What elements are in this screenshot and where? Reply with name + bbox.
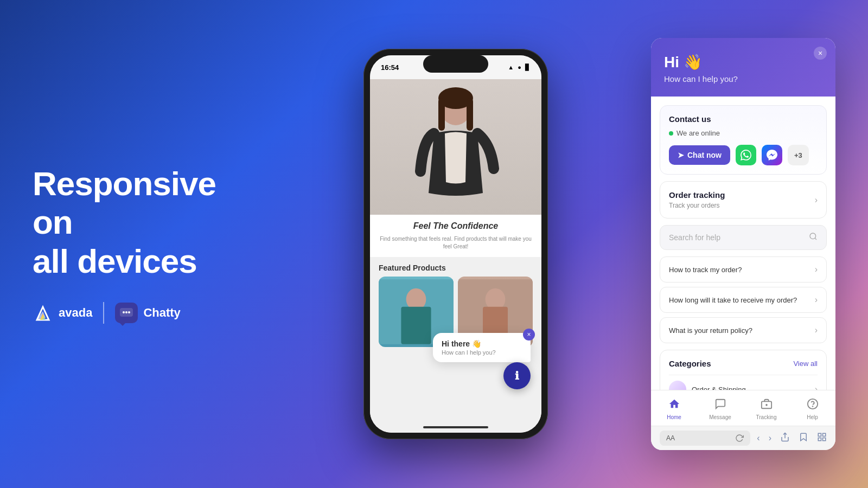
svg-rect-25 (823, 433, 826, 436)
category-item-shipping[interactable]: Order & Shipping › (669, 375, 818, 390)
category-label: Order & Shipping (692, 386, 746, 390)
nav-item-home[interactable]: Home (651, 395, 697, 423)
faq-chevron-1: › (815, 265, 818, 274)
whatsapp-button[interactable] (736, 145, 756, 165)
svg-rect-9 (438, 98, 445, 131)
browser-url-area[interactable]: AA (660, 431, 750, 446)
phone-notch (423, 55, 488, 73)
phone-content: Feel The Confidence Find something that … (370, 79, 541, 433)
chat-greeting: Hi 👋 (664, 53, 822, 71)
svg-point-5 (125, 311, 127, 313)
view-all-link[interactable]: View all (793, 359, 818, 368)
nav-label-message: Message (709, 414, 731, 420)
chatty-label: Chatty (143, 306, 180, 320)
faq-item-1[interactable]: How to track my order? › (660, 256, 827, 282)
chat-widget: × Hi 👋 How can I help you? Contact us We… (651, 38, 835, 450)
svg-point-6 (128, 311, 130, 313)
search-box[interactable]: Search for help (660, 225, 827, 250)
phone-icons: ▲ ● ▊ (508, 64, 531, 71)
avada-label: avada (59, 306, 92, 320)
message-icon (714, 398, 726, 413)
chat-header: × Hi 👋 How can I help you? (651, 38, 835, 97)
phone-text-area: Feel The Confidence Find something that … (370, 215, 541, 257)
nav-item-help[interactable]: Help (789, 395, 835, 423)
phone-subtext: Find something that feels real. Find pro… (379, 235, 533, 251)
categories-header: Categories View all (669, 359, 818, 368)
nav-item-tracking[interactable]: Tracking (743, 395, 789, 423)
order-tracking-card[interactable]: Order tracking Track your orders › (660, 181, 827, 219)
phone-home-indicator (423, 426, 488, 428)
chat-now-label: Chat now (687, 151, 722, 159)
contact-us-card: Contact us We are online ➤ Chat now (660, 105, 827, 175)
phone-product-image (370, 79, 541, 215)
svg-point-22 (812, 406, 813, 407)
browser-forward-icon[interactable]: › (769, 433, 771, 443)
chat-browser-bar: AA ‹ › (651, 426, 835, 450)
faq-text-1: How to track my order? (669, 266, 742, 274)
svg-point-17 (810, 233, 816, 239)
chat-close-button[interactable]: × (814, 47, 827, 60)
messenger-icon (767, 150, 777, 160)
order-tracking-sub: Track your orders (669, 202, 725, 209)
search-placeholder: Search for help (669, 233, 720, 242)
svg-rect-10 (467, 98, 473, 131)
center-section: 16:54 ▲ ● ▊ (353, 49, 559, 439)
browser-share-icon[interactable] (780, 432, 790, 444)
nav-label-help: Help (807, 414, 818, 420)
faq-item-2[interactable]: How long will it take to receive my orde… (660, 287, 827, 313)
browser-back-icon[interactable]: ‹ (757, 433, 760, 443)
category-item-left: Order & Shipping (669, 381, 746, 390)
messenger-button[interactable] (762, 145, 782, 165)
chat-bubble-close-icon[interactable]: × (523, 329, 535, 341)
online-dot (669, 131, 673, 136)
phone-chat-bubble[interactable]: × Hi there 👋 How can I help you? (433, 333, 531, 362)
phone-headline: Feel The Confidence (379, 221, 533, 231)
woman-figure (401, 85, 510, 215)
order-tracking-info: Order tracking Track your orders (669, 190, 725, 209)
svg-rect-13 (401, 307, 431, 344)
faq-list: How to track my order? › How long will i… (660, 256, 827, 343)
close-icon: × (818, 49, 822, 57)
svg-rect-27 (818, 438, 821, 441)
more-label: +3 (794, 151, 802, 159)
categories-section: Categories View all Order & Shipping › (660, 350, 827, 390)
contact-buttons: ➤ Chat now +3 (669, 145, 818, 165)
faq-chevron-2: › (815, 295, 818, 305)
phone-frame: 16:54 ▲ ● ▊ (363, 49, 548, 439)
left-section: Responsive on all devices avada (33, 164, 260, 324)
chat-bubble-title: Hi there 👋 (442, 339, 522, 348)
faq-chevron-3: › (815, 325, 818, 335)
faq-item-3[interactable]: What is your return policy? › (660, 317, 827, 343)
browser-bookmark-icon[interactable] (799, 432, 808, 444)
categories-title: Categories (669, 359, 711, 368)
contact-us-title: Contact us (669, 114, 818, 124)
brand-divider (103, 302, 104, 324)
brand-logos: avada Chatty (33, 302, 260, 324)
hero-title-line1: Responsive on (33, 165, 216, 241)
browser-tabs-icon[interactable] (817, 432, 827, 444)
chatty-logo: Chatty (115, 303, 180, 323)
hero-title-line2: all devices (33, 242, 197, 280)
category-chevron: › (815, 384, 818, 390)
more-channels-button[interactable]: +3 (788, 145, 809, 165)
svg-point-4 (123, 311, 125, 313)
nav-label-tracking: Tracking (756, 414, 777, 420)
browser-reload-icon[interactable] (735, 434, 744, 442)
chat-now-button[interactable]: ➤ Chat now (669, 145, 730, 165)
search-icon (809, 232, 818, 243)
phone-chat-button[interactable]: ℹ (503, 362, 531, 389)
category-avatar (669, 381, 686, 390)
svg-rect-26 (823, 438, 826, 441)
whatsapp-icon (741, 150, 751, 160)
phone-screen: 16:54 ▲ ● ▊ (370, 55, 541, 433)
online-text: We are online (676, 129, 720, 137)
chatty-icon (115, 303, 138, 323)
avada-icon (33, 303, 53, 323)
chat-bottom-nav: Home Message (651, 390, 835, 426)
order-tracking-title: Order tracking (669, 190, 725, 200)
nav-item-message[interactable]: Message (697, 395, 743, 423)
faq-text-3: What is your return policy? (669, 326, 752, 335)
chat-bubble-sub: How can I help you? (442, 349, 522, 356)
chat-subgreeting: How can I help you? (664, 74, 822, 84)
chat-now-icon: ➤ (678, 151, 684, 159)
